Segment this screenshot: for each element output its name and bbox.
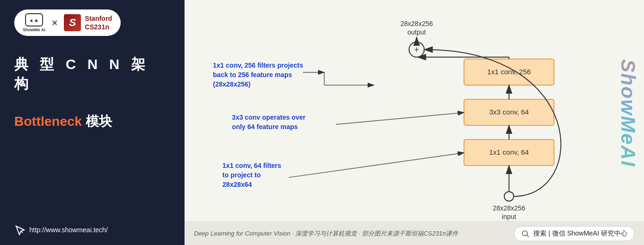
- svg-text:28x28x64: 28x28x64: [222, 181, 252, 188]
- svg-text:28x28x256: 28x28x256: [400, 20, 433, 27]
- svg-text:only 64 feature maps: only 64 feature maps: [232, 123, 298, 131]
- url-text: http://www.showmeai.tech/: [29, 226, 108, 234]
- x-separator: ×: [52, 18, 58, 28]
- sidebar-title: 典 型 C N N 架 构: [14, 55, 170, 94]
- svg-text:3x3 conv, 64: 3x3 conv, 64: [489, 108, 529, 116]
- stanford-course: CS231n: [85, 23, 112, 31]
- svg-text:28x28x256: 28x28x256: [493, 204, 525, 212]
- sidebar: ▲ ShowMe AI × S Stanford CS231n 典 型 C N …: [0, 0, 185, 245]
- diagram-svg: 28x28x256 output + 1x1 conv, 256 3x3 con…: [185, 0, 644, 245]
- svg-text:output: output: [407, 28, 426, 36]
- svg-text:input: input: [502, 213, 516, 220]
- svg-text:3x3 conv operates over: 3x3 conv operates over: [232, 114, 306, 121]
- svg-line-36: [527, 235, 529, 237]
- showmeai-text: ShowMe AI: [23, 27, 45, 32]
- svg-text:1x1 conv, 256: 1x1 conv, 256: [487, 68, 531, 76]
- svg-text:1x1 conv, 256 filters projects: 1x1 conv, 256 filters projects: [213, 61, 303, 69]
- svg-text:1x1 conv, 64: 1x1 conv, 64: [489, 148, 529, 156]
- svg-text:+: +: [414, 45, 419, 54]
- stanford-name: Stanford: [85, 14, 112, 23]
- cursor-icon: [14, 224, 26, 236]
- subtitle-orange: Bottleneck: [14, 114, 82, 129]
- search-label: 搜索 | 微信 ShowMeAI 研究中心: [533, 229, 627, 238]
- showmeai-logo: ▲ ShowMe AI: [23, 13, 45, 32]
- sidebar-url: http://www.showmeai.tech/: [14, 219, 108, 236]
- sidebar-subtitle: Bottleneck 模块: [14, 113, 112, 131]
- watermark: ShowMeAI: [617, 9, 639, 217]
- svg-text:to project to: to project to: [222, 171, 261, 179]
- stanford-logo: S Stanford CS231n: [64, 14, 112, 31]
- search-icon: [521, 229, 529, 238]
- showmeai-icon: ▲: [25, 13, 43, 26]
- subtitle-chinese: 模块: [82, 114, 112, 129]
- logo-area: ▲ ShowMe AI × S Stanford CS231n: [14, 9, 121, 36]
- footer-text: Deep Learning for Computer Vision · 深度学习…: [194, 229, 458, 238]
- main-content: 28x28x256 output + 1x1 conv, 256 3x3 con…: [185, 0, 644, 245]
- stanford-text: Stanford CS231n: [85, 14, 112, 31]
- svg-text:1x1 conv, 64 filters: 1x1 conv, 64 filters: [222, 162, 281, 169]
- footer-bar: Deep Learning for Computer Vision · 深度学习…: [185, 221, 644, 245]
- svg-text:back to 256 feature maps: back to 256 feature maps: [213, 71, 292, 79]
- stanford-s-icon: S: [64, 14, 81, 31]
- svg-text:(28x28x256): (28x28x256): [213, 80, 250, 88]
- search-box[interactable]: 搜索 | 微信 ShowMeAI 研究中心: [514, 226, 635, 241]
- svg-point-35: [522, 231, 528, 236]
